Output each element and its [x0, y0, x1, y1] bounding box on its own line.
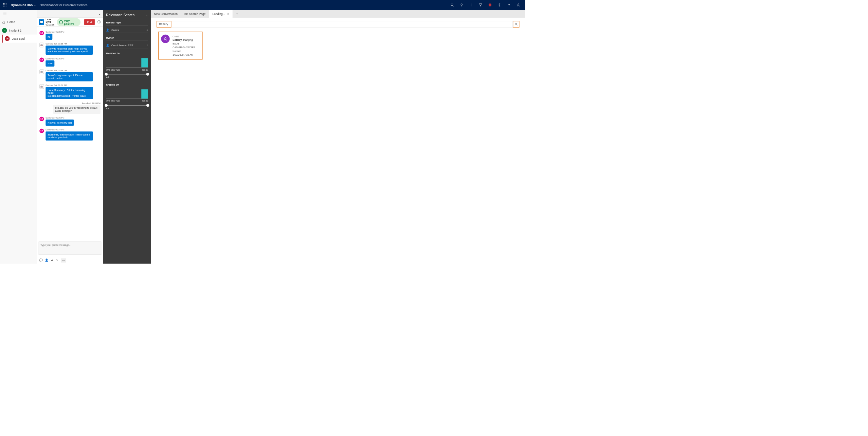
chat-msg: 🤖Contoso Bot, 01:35 PMSorry to know this… — [39, 43, 101, 55]
conversation-panel: ⌄ 💬 Lesa Byrd 00:01:18 Very positive End… — [37, 10, 103, 264]
search-gap[interactable] — [171, 21, 513, 28]
conversation-who: Lesa Byrd 00:01:18 — [46, 18, 55, 26]
svg-point-24 — [165, 37, 166, 39]
end-button[interactable]: End — [84, 19, 95, 25]
avatar: LB — [39, 57, 44, 62]
search-input[interactable]: Battery — [157, 21, 171, 28]
facet-count: 1 — [146, 44, 148, 47]
result-body: CASE Battery charging issue CAS-01004-X7… — [173, 35, 200, 57]
chat-msg: LBCustomer, 01:35 PMno — [39, 31, 101, 40]
user-icon: 👤 — [106, 44, 109, 47]
svg-point-9 — [451, 4, 453, 6]
msg-text: Not yet, let me try that — [46, 120, 74, 126]
nav-home[interactable]: Home — [0, 18, 37, 26]
transfer-icon[interactable]: ⇄ — [51, 258, 53, 262]
topbar-tools: ? — [448, 0, 523, 10]
smiley-icon — [59, 20, 63, 24]
conversation-header: 💬 Lesa Byrd 00:01:18 Very positive End ⓘ — [37, 18, 103, 27]
search-button[interactable] — [513, 21, 519, 28]
tab-new-conversation[interactable]: New Conversation — [151, 10, 181, 18]
nav-home-label: Home — [7, 21, 15, 24]
chat-transcript: LBCustomer, 01:35 PMno 🤖Contoso Bot, 01:… — [37, 27, 103, 240]
axis-left: One Year Ago — [106, 99, 120, 102]
quick-reply-icon[interactable]: 💬 — [39, 258, 42, 262]
nav-session-lesa[interactable]: LB Lesa Byrd — [0, 35, 37, 43]
owner-label: Owner — [106, 37, 148, 41]
sentiment-pill: Very positive — [57, 18, 80, 26]
svg-rect-2 — [6, 3, 6, 4]
message-input[interactable] — [39, 241, 102, 255]
topbar: Dynamics 365 ⌄ Omnichannel for Customer … — [0, 0, 525, 10]
nav-incident-label: incident 2 — [9, 29, 21, 32]
created-chart — [106, 89, 148, 99]
chat-msg: LBCustomer, 01:37 PMawesome, that worked… — [39, 129, 101, 141]
close-icon[interactable]: ✕ — [227, 12, 230, 15]
facet-label: Cases — [111, 28, 119, 31]
modified-label: Modified On — [106, 52, 148, 56]
svg-rect-8 — [6, 6, 6, 6]
info-icon[interactable]: ⓘ — [97, 20, 101, 24]
tab-loading[interactable]: Loading...✕ — [209, 10, 233, 18]
hamburger-icon[interactable] — [0, 10, 37, 18]
active-strip — [2, 35, 3, 43]
filter-icon[interactable] — [476, 0, 485, 10]
app-launcher-icon[interactable] — [2, 2, 8, 8]
axis-right: Today — [142, 68, 148, 71]
relevance-heading[interactable]: Relevance Search ⌄ — [106, 13, 148, 18]
main-panel: New Conversation KB Search Page Loading.… — [151, 10, 525, 264]
user-icon[interactable] — [514, 0, 523, 10]
facet-label: Omnichannel PRR... — [111, 44, 136, 47]
bot-icon: 🤖 — [39, 43, 44, 47]
chevron-down-icon[interactable]: ⌄ — [34, 3, 36, 6]
result-title: Battery charging issue — [173, 38, 200, 46]
created-slider[interactable] — [106, 105, 148, 106]
facet-owner[interactable]: 👤Omnichannel PRR... 1 — [106, 42, 148, 48]
msg-text: sure — [46, 60, 54, 67]
avatar: LB — [39, 117, 44, 121]
svg-line-23 — [517, 25, 517, 25]
tab-label: New Conversation — [154, 12, 178, 16]
msg-meta: Customer, 01:37 PM — [46, 129, 93, 131]
relevance-title: Relevance Search — [106, 13, 134, 17]
nav-incident[interactable]: I2 incident 2 — [0, 26, 37, 34]
plus-icon[interactable] — [466, 0, 476, 10]
axis-left: One Year Ago — [106, 68, 120, 71]
chat-msg-agent: Edna Bell, 01:36 PMHi Lesa, did you try … — [39, 102, 101, 114]
customer-name: Lesa Byrd — [46, 18, 55, 23]
bot-icon: 🤖 — [39, 69, 44, 74]
notes-icon[interactable]: ✎ — [56, 258, 58, 262]
brand[interactable]: Dynamics 365 — [11, 3, 33, 7]
gear-icon[interactable] — [495, 0, 504, 10]
lightbulb-icon[interactable] — [457, 0, 467, 10]
app-name: Omnichannel for Customer Service — [40, 3, 88, 6]
created-label: Created On — [106, 83, 148, 87]
consult-icon[interactable]: 👤 — [45, 258, 48, 262]
help-icon[interactable]: ? — [504, 0, 514, 10]
msg-text: no — [46, 34, 52, 40]
modified-slider[interactable] — [106, 74, 148, 74]
msg-text: Hi Lesa, did you try resetting to defaul… — [53, 105, 101, 114]
svg-point-22 — [515, 23, 517, 25]
chat-msg: 🤖Contoso Bot, 01:36 PMIssue Summary : Pr… — [39, 84, 101, 99]
avatar: LB — [39, 129, 44, 133]
more-icon[interactable]: ⋯ — [61, 258, 66, 262]
tab-kb-search[interactable]: KB Search Page — [181, 10, 209, 18]
compose-tools: 💬 👤 ⇄ ✎ ⋯ — [37, 257, 103, 264]
svg-rect-4 — [4, 4, 5, 5]
session-tab-dropdown[interactable]: ⌄ — [37, 10, 103, 18]
svg-point-11 — [461, 4, 463, 5]
record-type-label: Record Type — [106, 21, 148, 25]
svg-rect-3 — [3, 4, 4, 5]
chevron-down-icon: ⌄ — [145, 13, 148, 18]
home-icon — [2, 21, 5, 24]
facet-cases[interactable]: 👤Cases 1 — [106, 27, 148, 33]
presence-indicator[interactable] — [485, 0, 495, 10]
modified-all: All — [106, 76, 148, 78]
svg-rect-5 — [6, 4, 6, 5]
result-kind: CASE — [173, 35, 200, 38]
search-icon[interactable] — [448, 0, 457, 10]
left-nav: Home I2 incident 2 LB Lesa Byrd — [0, 10, 37, 264]
svg-line-10 — [453, 5, 453, 6]
add-tab-button[interactable]: ＋ — [233, 10, 241, 18]
search-result-card[interactable]: CASE Battery charging issue CAS-01004-X7… — [158, 32, 203, 59]
